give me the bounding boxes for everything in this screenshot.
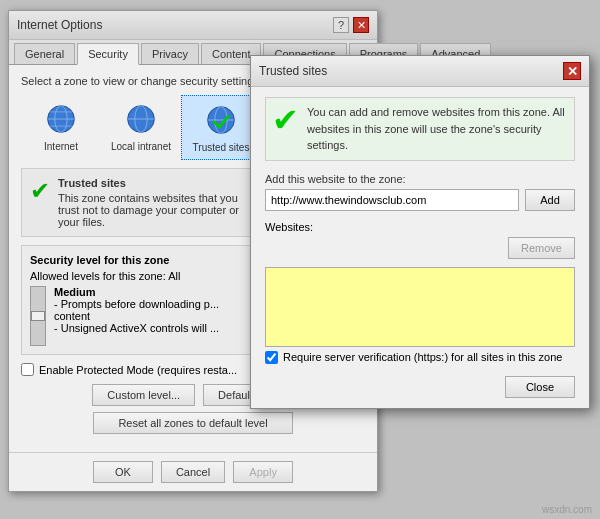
url-input[interactable] [265, 189, 519, 211]
trusted-dialog-close-button[interactable]: ✕ [563, 62, 581, 80]
ie-titlebar: Internet Options ? ✕ [9, 11, 377, 40]
cancel-button[interactable]: Cancel [161, 461, 225, 483]
trusted-info-text: You can add and remove websites from thi… [307, 104, 568, 154]
trusted-desc1: This zone contains websites that you [58, 192, 238, 204]
zone-internet-label: Internet [44, 141, 78, 152]
big-checkmark-icon: ✔ [272, 104, 299, 136]
remove-row: Remove [265, 237, 575, 259]
tab-privacy[interactable]: Privacy [141, 43, 199, 64]
ie-window-title: Internet Options [17, 18, 102, 32]
protected-mode-checkbox[interactable] [21, 363, 34, 376]
zone-internet[interactable]: Internet [21, 95, 101, 160]
trusted-desc2: trust not to damage your computer or [58, 204, 239, 216]
medium-label: Medium [54, 286, 219, 298]
bullet1: - Prompts before downloading p... [54, 298, 219, 310]
reset-zones-button[interactable]: Reset all zones to default level [93, 412, 293, 434]
https-label: Require server verification (https:) for… [283, 351, 562, 363]
protected-mode-label: Enable Protected Mode (requires resta... [39, 364, 237, 376]
trusted-title: Trusted sites [58, 177, 239, 189]
trusted-svg [205, 104, 237, 136]
websites-label: Websites: [265, 221, 575, 233]
titlebar-controls: ? ✕ [333, 17, 369, 33]
tab-security[interactable]: Security [77, 43, 139, 65]
tab-general[interactable]: General [14, 43, 75, 64]
zone-trusted-label: Trusted sites [193, 142, 250, 153]
trusted-sites-icon [203, 102, 239, 138]
ie-close-button[interactable]: ✕ [353, 17, 369, 33]
add-button[interactable]: Add [525, 189, 575, 211]
zone-local-intranet[interactable]: Local intranet [101, 95, 181, 160]
ie-footer: OK Cancel Apply [9, 452, 377, 491]
trusted-check-icon: ✔ [30, 179, 50, 203]
close-row: Close [265, 376, 575, 398]
globe-svg [45, 103, 77, 135]
bullet3: - Unsigned ActiveX controls will ... [54, 322, 219, 334]
trusted-dialog-titlebar: Trusted sites ✕ [251, 56, 589, 87]
remove-button[interactable]: Remove [508, 237, 575, 259]
intranet-svg [125, 103, 157, 135]
trusted-dialog-title: Trusted sites [259, 64, 327, 78]
https-checkbox[interactable] [265, 351, 278, 364]
add-label: Add this website to the zone: [265, 173, 575, 185]
zone-local-intranet-label: Local intranet [111, 141, 171, 152]
trusted-info-row: ✔ You can add and remove websites from t… [265, 97, 575, 161]
internet-icon [43, 101, 79, 137]
slider-thumb [31, 311, 45, 321]
trusted-desc3: your files. [58, 216, 105, 228]
zone-trusted-sites[interactable]: Trusted sites [181, 95, 261, 160]
https-row: Require server verification (https:) for… [265, 351, 575, 364]
custom-level-button[interactable]: Custom level... [92, 384, 195, 406]
trusted-text: Trusted sites This zone contains website… [58, 177, 239, 228]
medium-info: Medium - Prompts before downloading p...… [54, 286, 219, 346]
close-button[interactable]: Close [505, 376, 575, 398]
help-button[interactable]: ? [333, 17, 349, 33]
bullet2: content [54, 310, 90, 322]
trusted-dialog-content: ✔ You can add and remove websites from t… [251, 87, 589, 408]
add-url-row: Add [265, 189, 575, 211]
local-intranet-icon [123, 101, 159, 137]
reset-row: Reset all zones to default level [21, 412, 365, 434]
ok-button[interactable]: OK [93, 461, 153, 483]
watermark: wsxdn.com [542, 504, 592, 515]
trusted-sites-dialog: Trusted sites ✕ ✔ You can add and remove… [250, 55, 590, 409]
apply-button[interactable]: Apply [233, 461, 293, 483]
security-slider[interactable] [30, 286, 46, 346]
websites-list[interactable] [265, 267, 575, 347]
